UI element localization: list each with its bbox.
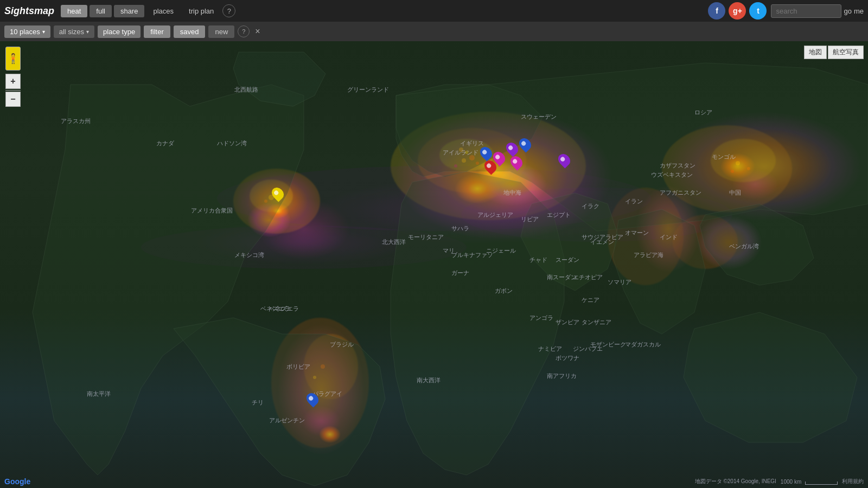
twitter-icon[interactable]: t — [749, 2, 767, 20]
saved-button[interactable]: saved — [174, 25, 206, 38]
svg-point-19 — [454, 164, 457, 168]
svg-point-26 — [736, 161, 740, 165]
sub-help-button[interactable]: ? — [238, 25, 250, 37]
svg-point-16 — [462, 158, 466, 163]
place-type-button[interactable]: place type — [98, 25, 141, 38]
pin-rome[interactable] — [511, 156, 522, 171]
svg-point-24 — [264, 200, 267, 203]
pin-berlin[interactable] — [520, 138, 531, 153]
pin-new-york[interactable] — [272, 187, 283, 202]
search-go-button[interactable]: go — [844, 7, 851, 15]
trip-plan-button[interactable]: trip plan — [182, 5, 220, 17]
map-controls: 🧍 + − — [5, 47, 21, 107]
sub-navigation: 10 places ▾ all sizes ▾ place type filte… — [0, 22, 868, 41]
svg-point-27 — [747, 167, 750, 170]
bottom-bar: Google 地図データ ©2014 Google, INEGI 1000 km… — [0, 475, 868, 488]
attribution-text: 地図データ ©2014 Google, INEGI — [695, 478, 776, 485]
full-button[interactable]: full — [90, 5, 112, 17]
close-button[interactable]: × — [255, 27, 260, 36]
sizes-button[interactable]: all sizes ▾ — [54, 25, 94, 38]
pin-istanbul[interactable] — [559, 153, 570, 169]
satellite-view-button[interactable]: 航空写真 — [828, 46, 864, 59]
new-button[interactable]: new — [208, 25, 234, 38]
pin-madrid[interactable] — [485, 160, 496, 175]
scale-label: 1000 km — [781, 479, 838, 485]
street-view-icon[interactable]: 🧍 — [5, 47, 21, 70]
me-button[interactable]: me — [854, 7, 864, 15]
svg-point-15 — [469, 155, 475, 160]
search-input[interactable] — [771, 4, 841, 18]
heat-button[interactable]: heat — [61, 5, 87, 17]
zoom-out-button[interactable]: − — [5, 92, 21, 107]
app-logo: Sightsmap — [4, 5, 54, 17]
chevron-down-icon: ▾ — [42, 29, 45, 35]
map-type-controls: 地図 航空写真 — [804, 46, 864, 59]
map-view-button[interactable]: 地図 — [804, 46, 827, 59]
svg-point-22 — [459, 147, 463, 152]
svg-point-28 — [731, 170, 734, 173]
terms-text[interactable]: 利用規約 — [842, 478, 864, 485]
facebook-icon[interactable]: f — [708, 2, 725, 20]
svg-point-17 — [476, 162, 479, 165]
map-container[interactable]: カナダ アラスカ州 北大西洋 南大西洋 南太平洋 アメリカ合衆国 ブラジル アル… — [0, 41, 868, 488]
googleplus-icon[interactable]: g+ — [729, 2, 746, 20]
top-navigation: Sightsmap heat full share places trip pl… — [0, 0, 868, 22]
svg-point-14 — [465, 151, 468, 154]
google-logo: Google — [4, 477, 30, 486]
attribution: 地図データ ©2014 Google, INEGI 1000 km 利用規約 — [695, 478, 864, 485]
filter-button[interactable]: filter — [144, 25, 170, 38]
social-icons: f g+ t — [708, 2, 767, 20]
zoom-divider — [5, 90, 21, 91]
svg-point-29 — [321, 364, 325, 369]
places-count-button[interactable]: 10 places ▾ — [4, 25, 50, 38]
pin-buenos-aires[interactable] — [307, 393, 318, 408]
zoom-in-button[interactable]: + — [5, 74, 21, 89]
places-button[interactable]: places — [146, 5, 180, 17]
world-map-svg — [0, 41, 868, 488]
svg-point-30 — [313, 376, 316, 379]
chevron-down-icon: ▾ — [86, 29, 89, 35]
help-button[interactable]: ? — [222, 4, 235, 17]
share-button[interactable]: share — [114, 5, 145, 17]
search-box: go me — [771, 4, 864, 18]
